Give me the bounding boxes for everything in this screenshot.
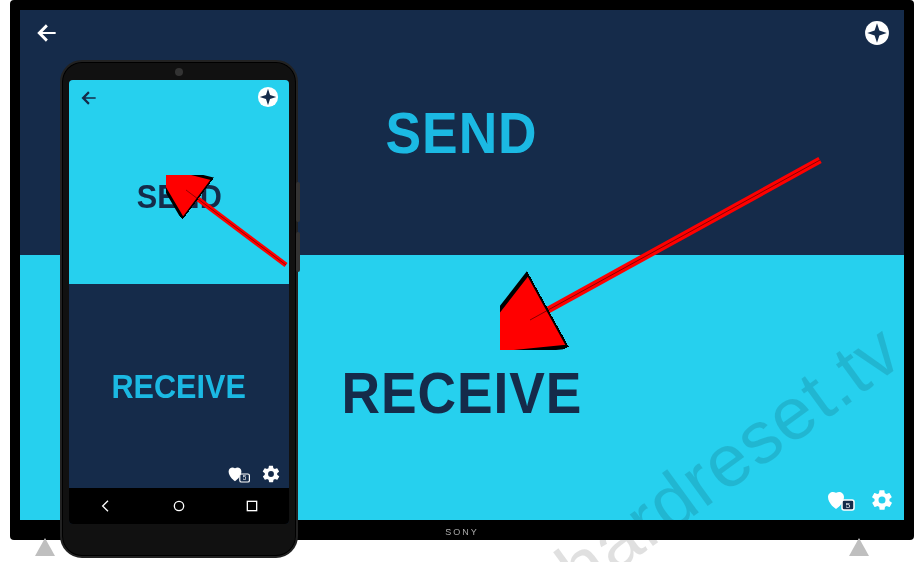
svg-rect-7 [248, 501, 257, 510]
gear-icon[interactable] [261, 464, 281, 484]
tv-send-label: SEND [386, 99, 538, 166]
phone-screen: SEND RECEIVE 5 [69, 80, 289, 524]
phone-side-button [296, 232, 300, 272]
tv-bottom-icon-row: 5 [826, 488, 894, 512]
svg-point-6 [174, 501, 183, 510]
tv-receive-label: RECEIVE [342, 359, 583, 426]
nav-home-icon[interactable] [169, 496, 189, 516]
phone-send-label: SEND [136, 177, 221, 216]
back-arrow-icon[interactable] [79, 88, 99, 108]
phone-body: SEND RECEIVE 5 [60, 60, 298, 558]
tv-brand-label: SONY [445, 527, 479, 537]
phone-receive-label: RECEIVE [112, 367, 246, 406]
phone-side-button [296, 182, 300, 222]
svg-text:5: 5 [243, 474, 247, 481]
phone-device: SEND RECEIVE 5 [60, 60, 298, 558]
gear-icon[interactable] [870, 488, 894, 512]
phone-send-panel[interactable]: SEND [69, 80, 289, 284]
compass-icon[interactable] [257, 86, 279, 108]
phone-receive-panel[interactable]: RECEIVE [69, 284, 289, 488]
phone-nav-bar [69, 488, 289, 524]
nav-back-icon[interactable] [96, 496, 116, 516]
phone-bottom-icon-row: 5 [227, 464, 281, 484]
heart-badge-icon[interactable]: 5 [227, 464, 251, 484]
nav-recent-icon[interactable] [242, 496, 262, 516]
back-arrow-icon[interactable] [34, 20, 60, 46]
heart-badge-icon[interactable]: 5 [826, 488, 856, 512]
compass-icon[interactable] [864, 20, 890, 46]
tv-foot-right [849, 538, 889, 558]
svg-text:5: 5 [846, 501, 851, 510]
phone-camera-notch [175, 68, 183, 76]
